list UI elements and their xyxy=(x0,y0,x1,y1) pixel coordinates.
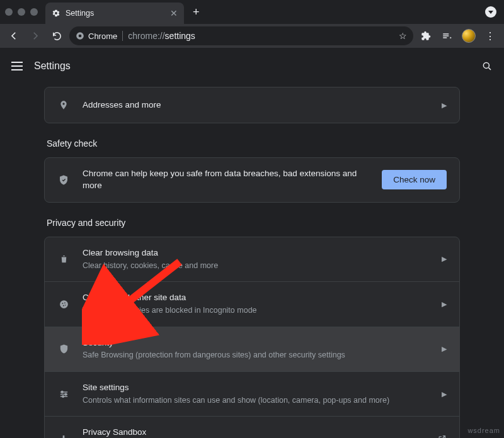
shield-check-icon xyxy=(57,174,70,186)
addresses-row[interactable]: Addresses and more ▶ xyxy=(45,87,459,123)
row-subtitle: Clear history, cookies, cache and more xyxy=(83,261,429,272)
window-controls xyxy=(5,8,45,16)
window-titlebar: Settings ✕ + xyxy=(0,0,504,24)
location-pin-icon xyxy=(57,100,70,110)
row-title: Clear browsing data xyxy=(83,247,429,259)
external-link-icon xyxy=(437,434,447,438)
privacy-sandbox-row[interactable]: Privacy Sandbox Trial features are on xyxy=(45,416,459,438)
chrome-icon xyxy=(76,31,84,40)
close-window-button[interactable] xyxy=(5,8,13,16)
svg-point-6 xyxy=(62,305,64,306)
svg-point-9 xyxy=(64,393,66,395)
privacy-heading: Privacy and security xyxy=(47,218,460,228)
svg-point-8 xyxy=(61,391,63,393)
privacy-card: Clear browsing data Clear history, cooki… xyxy=(44,237,460,438)
profile-avatar[interactable] xyxy=(460,27,478,45)
svg-point-2 xyxy=(483,62,489,68)
trash-icon xyxy=(57,254,70,264)
safety-check-card: Chrome can help keep you safe from data … xyxy=(44,157,460,203)
clear-browsing-data-row[interactable]: Clear browsing data Clear history, cooki… xyxy=(45,237,459,281)
browser-toolbar: Chrome chrome://settings ☆ ⋮ xyxy=(0,24,504,48)
site-settings-row[interactable]: Site settings Controls what information … xyxy=(45,371,459,416)
menu-button[interactable] xyxy=(11,62,23,70)
omnibox-divider xyxy=(122,31,123,41)
safety-check-row: Chrome can help keep you safe from data … xyxy=(45,158,459,202)
site-identity[interactable]: Chrome xyxy=(76,31,117,41)
check-now-button[interactable]: Check now xyxy=(382,170,447,189)
omnibox-url: chrome://settings xyxy=(128,31,195,41)
cookie-icon xyxy=(57,299,70,310)
omnibox-chrome-label: Chrome xyxy=(88,31,117,41)
media-control-button[interactable] xyxy=(438,27,456,45)
new-tab-button[interactable]: + xyxy=(184,6,209,19)
gear-icon xyxy=(52,9,60,18)
row-title: Site settings xyxy=(83,382,429,394)
zoom-window-button[interactable] xyxy=(30,8,38,16)
settings-header: Settings xyxy=(0,48,504,84)
reload-button[interactable] xyxy=(48,27,66,45)
close-tab-button[interactable]: ✕ xyxy=(170,8,178,18)
browser-tab[interactable]: Settings ✕ xyxy=(45,3,184,24)
browser-menu-button[interactable]: ⋮ xyxy=(481,27,499,45)
security-row[interactable]: Security Safe Browsing (protection from … xyxy=(45,327,459,371)
tab-title: Settings xyxy=(66,9,94,18)
chevron-right-icon: ▶ xyxy=(442,255,447,263)
sliders-icon xyxy=(57,389,70,400)
address-bar[interactable]: Chrome chrome://settings ☆ xyxy=(69,26,413,45)
settings-content: Addresses and more ▶ Safety check Chrome… xyxy=(0,84,504,438)
account-dropdown-icon[interactable] xyxy=(485,6,496,18)
row-title: Addresses and more xyxy=(83,99,429,111)
row-subtitle: Controls what information sites can use … xyxy=(83,395,429,407)
row-title: Security xyxy=(83,337,429,349)
shield-icon xyxy=(57,344,70,354)
flask-icon xyxy=(57,434,70,438)
forward-button[interactable] xyxy=(26,27,44,45)
chevron-right-icon: ▶ xyxy=(442,101,447,110)
safety-check-description: Chrome can help keep you safe from data … xyxy=(83,168,369,192)
chevron-right-icon: ▶ xyxy=(442,390,447,398)
extensions-button[interactable] xyxy=(417,27,435,45)
addresses-card: Addresses and more ▶ xyxy=(44,87,460,123)
row-subtitle: Safe Browsing (protection from dangerous… xyxy=(83,350,429,361)
svg-point-7 xyxy=(64,305,65,305)
svg-point-4 xyxy=(62,303,63,304)
chevron-right-icon: ▶ xyxy=(442,345,447,353)
svg-point-10 xyxy=(62,395,64,397)
svg-point-5 xyxy=(64,302,66,303)
cookies-row[interactable]: Cookies and other site data Third-party … xyxy=(45,281,459,326)
row-title: Cookies and other site data xyxy=(83,292,429,304)
minimize-window-button[interactable] xyxy=(18,8,25,16)
watermark: wsdream xyxy=(467,427,500,434)
svg-point-3 xyxy=(60,300,68,308)
svg-point-1 xyxy=(79,35,82,38)
row-title: Privacy Sandbox xyxy=(83,427,425,438)
row-subtitle: Third-party cookies are blocked in Incog… xyxy=(83,305,429,317)
chevron-right-icon: ▶ xyxy=(442,300,447,308)
safety-check-heading: Safety check xyxy=(47,138,460,149)
page-title: Settings xyxy=(34,60,71,72)
search-button[interactable] xyxy=(481,60,493,72)
bookmark-star-icon[interactable]: ☆ xyxy=(399,31,407,41)
back-button[interactable] xyxy=(5,27,23,45)
